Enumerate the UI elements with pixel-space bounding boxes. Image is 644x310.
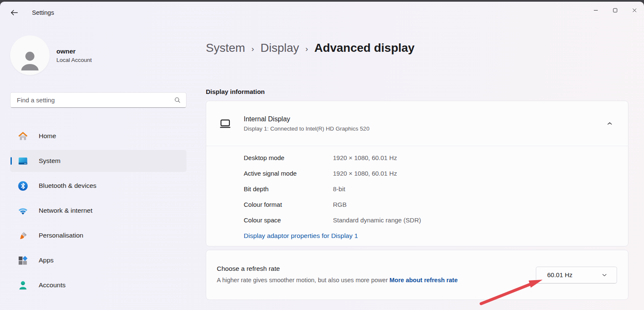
refresh-rate-card: Choose a refresh rate A higher rate give… — [206, 250, 628, 300]
maximize-button[interactable] — [605, 2, 625, 19]
sidebar-nav: Home System — [10, 125, 186, 296]
refresh-rate-description: A higher rate gives smoother motion, but… — [217, 275, 501, 285]
detail-row-colour-format: Colour format RGB — [244, 197, 628, 212]
detail-value: Standard dynamic range (SDR) — [333, 216, 421, 224]
accounts-icon — [17, 280, 29, 291]
window-controls — [586, 2, 644, 24]
user-name: owner — [56, 48, 92, 55]
breadcrumb-display[interactable]: Display — [261, 40, 299, 56]
refresh-rate-value: 60.01 Hz — [547, 271, 572, 278]
display-card-header[interactable]: Internal Display Display 1: Connected to… — [206, 101, 628, 146]
breadcrumb: System › Display › Advanced display — [206, 39, 628, 57]
sidebar-item-label: Apps — [39, 257, 53, 264]
detail-value: RGB — [333, 201, 347, 208]
minimize-button[interactable] — [586, 2, 605, 19]
breadcrumb-separator-icon: › — [251, 39, 254, 57]
chevron-down-icon — [601, 272, 607, 278]
refresh-rate-title: Choose a refresh rate — [217, 265, 501, 273]
selection-indicator — [11, 157, 12, 165]
bluetooth-icon — [17, 180, 29, 192]
detail-label: Desktop mode — [244, 154, 333, 161]
detail-label: Active signal mode — [244, 170, 333, 177]
apps-icon — [17, 255, 29, 266]
avatar — [10, 35, 50, 75]
detail-row-desktop-mode: Desktop mode 1920 × 1080, 60.01 Hz — [244, 150, 628, 166]
collapse-button[interactable] — [603, 117, 616, 130]
detail-label: Colour space — [244, 216, 333, 224]
back-button[interactable] — [6, 5, 23, 20]
sidebar-item-label: Home — [39, 132, 56, 140]
search-icon — [174, 96, 181, 104]
display-adaptor-properties-link[interactable]: Display adaptor properties for Display 1 — [244, 232, 358, 240]
sidebar-item-personalisation[interactable]: Personalisation — [10, 224, 186, 246]
back-arrow-icon — [10, 8, 19, 17]
breadcrumb-system[interactable]: System — [206, 40, 245, 56]
sidebar-item-label: Accounts — [39, 281, 66, 289]
display-subtitle: Display 1: Connected to Intel(R) HD Grap… — [244, 126, 370, 132]
breadcrumb-separator-icon: › — [306, 39, 308, 57]
sidebar-item-bluetooth-devices[interactable]: Bluetooth & devices — [10, 175, 186, 197]
user-account[interactable]: owner Local Account — [10, 35, 186, 75]
sidebar-item-home[interactable]: Home — [10, 125, 186, 147]
sidebar-item-label: Personalisation — [39, 232, 83, 239]
home-icon — [17, 131, 29, 142]
detail-value: 1920 × 1080, 60.01 Hz — [333, 154, 397, 161]
search-box — [10, 92, 186, 108]
refresh-rate-description-text: A higher rate gives smoother motion, but… — [217, 277, 388, 283]
monitor-icon — [219, 117, 232, 130]
detail-value: 8-bit — [333, 185, 345, 192]
section-title: Display information — [206, 88, 628, 96]
sidebar-item-system[interactable]: System — [10, 150, 186, 172]
sidebar-item-apps[interactable]: Apps — [10, 249, 186, 271]
minimize-icon — [593, 7, 599, 13]
chevron-up-icon — [607, 120, 613, 127]
sidebar-item-accounts[interactable]: Accounts — [10, 274, 186, 296]
search-input[interactable] — [17, 96, 174, 104]
app-title: Settings — [32, 9, 54, 16]
titlebar: Settings — [0, 2, 644, 24]
sidebar-item-label: Network & internet — [39, 207, 93, 214]
detail-row-colour-space: Colour space Standard dynamic range (SDR… — [244, 212, 628, 228]
close-button[interactable] — [625, 2, 644, 19]
close-icon — [631, 7, 638, 13]
display-details: Desktop mode 1920 × 1080, 60.01 Hz Activ… — [206, 146, 628, 246]
more-about-refresh-rate-link[interactable]: More about refresh rate — [389, 277, 458, 283]
personalisation-icon — [17, 230, 29, 241]
detail-row-active-signal-mode: Active signal mode 1920 × 1080, 60.01 Hz — [244, 166, 628, 181]
network-icon — [17, 205, 29, 216]
sidebar: owner Local Account Home — [0, 24, 197, 310]
sidebar-item-label: Bluetooth & devices — [39, 182, 96, 190]
system-icon — [17, 155, 29, 167]
detail-label: Bit depth — [244, 185, 333, 192]
detail-row-bit-depth: Bit depth 8-bit — [244, 181, 628, 197]
display-title: Internal Display — [244, 115, 370, 123]
person-icon — [18, 49, 42, 72]
main-content: System › Display › Advanced display Disp… — [197, 24, 644, 310]
sidebar-item-network-internet[interactable]: Network & internet — [10, 200, 186, 222]
settings-window: Settings owner Local Account — [0, 2, 644, 310]
user-type: Local Account — [56, 57, 92, 63]
refresh-rate-dropdown[interactable]: 60.01 Hz — [536, 267, 617, 283]
page-title: Advanced display — [314, 40, 415, 56]
maximize-icon — [612, 7, 618, 13]
display-info-card: Internal Display Display 1: Connected to… — [206, 101, 628, 246]
sidebar-item-label: System — [39, 157, 61, 165]
detail-value: 1920 × 1080, 60.01 Hz — [333, 170, 397, 177]
detail-label: Colour format — [244, 201, 333, 208]
